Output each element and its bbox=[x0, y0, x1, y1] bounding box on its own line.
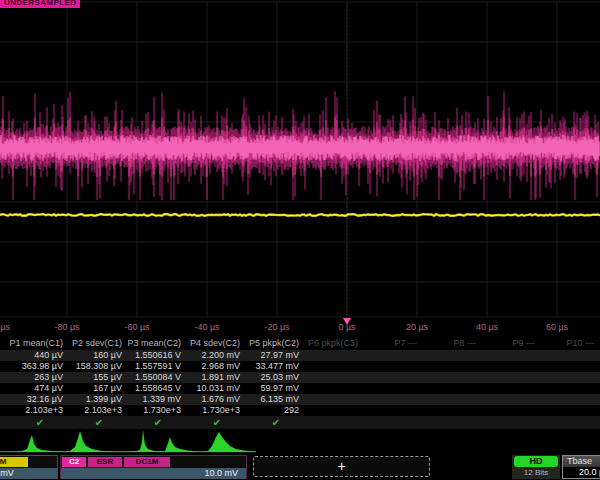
measurement-header-p2[interactable]: P2 sdev(C1) bbox=[67, 337, 126, 350]
time-tick-label: 20 µs bbox=[406, 322, 428, 332]
measurement-value: 160 µV bbox=[67, 350, 126, 361]
measurement-value: 167 µV bbox=[67, 383, 126, 394]
measurement-value: 2.968 mV bbox=[185, 361, 244, 372]
channel-c2-descriptor[interactable]: C2 ESR DC1M 10.0 mV bbox=[60, 455, 247, 479]
histicon-p4 bbox=[160, 437, 198, 452]
measurement-value: 1.558645 V bbox=[126, 383, 185, 394]
histicon-p1 bbox=[14, 435, 64, 452]
measurement-table: P1 mean(C1) P2 sdev(C1) P3 mean(C2) P4 s… bbox=[8, 337, 598, 416]
measurement-value: 59.97 mV bbox=[244, 383, 303, 394]
measurement-value: 2.200 mV bbox=[185, 350, 244, 361]
measurement-value: 1.399 µV bbox=[67, 394, 126, 405]
measurement-status-row: ✔ ✔ ✔ ✔ ✔ bbox=[8, 416, 598, 429]
hd-bits-label: 12 Bits bbox=[512, 467, 560, 478]
undersampled-warning-badge: UNDERSAMPLED bbox=[0, 0, 80, 8]
c2-coupling-badge: DC1M bbox=[124, 457, 170, 467]
measurement-value: 158.308 µV bbox=[67, 361, 126, 372]
measurement-value: 1.891 mV bbox=[185, 372, 244, 383]
time-tick-label: 60 µs bbox=[546, 322, 568, 332]
measurement-value: 1.730e+3 bbox=[185, 405, 244, 416]
measurement-value: 155 µV bbox=[67, 372, 126, 383]
measurement-header-p7[interactable]: P7 --- bbox=[362, 337, 421, 350]
oscilloscope-screen: UNDERSAMPLED -100 µs -80 µs -60 µs -40 µ… bbox=[0, 0, 600, 480]
measurement-value: 363.98 µV bbox=[8, 361, 67, 372]
c2-label: C2 bbox=[62, 457, 86, 467]
add-trace-button[interactable]: + bbox=[253, 456, 430, 477]
waveform-graticule bbox=[0, 0, 600, 320]
measurement-value: 292 bbox=[244, 405, 303, 416]
time-tick-label: -20 µs bbox=[264, 322, 289, 332]
hd-mode-indicator[interactable]: HD 12 Bits bbox=[512, 455, 560, 479]
c2-esr-badge: ESR bbox=[88, 457, 122, 467]
time-tick-label: 40 µs bbox=[476, 322, 498, 332]
measurement-header-p9[interactable]: P9 --- bbox=[480, 337, 539, 350]
status-check-icon: ✔ bbox=[213, 416, 221, 429]
measurement-value: 32.16 µV bbox=[8, 394, 67, 405]
measurement-value: 1.676 mV bbox=[185, 394, 244, 405]
measurement-header-p5[interactable]: P5 pkpk(C2) bbox=[244, 337, 303, 350]
measurement-header-p8[interactable]: P8 --- bbox=[421, 337, 480, 350]
time-tick-label: -60 µs bbox=[124, 322, 149, 332]
measurement-value: 33.477 mV bbox=[244, 361, 303, 372]
timebase-label: Tbase bbox=[563, 456, 600, 467]
measurement-value: 2.103e+3 bbox=[8, 405, 67, 416]
measurement-value: 1.730e+3 bbox=[126, 405, 185, 416]
time-axis: -100 µs -80 µs -60 µs -40 µs -20 µs 0 µs… bbox=[0, 318, 600, 337]
timebase-value: 20.0 µ bbox=[563, 467, 600, 478]
measurement-histicons bbox=[0, 429, 600, 455]
measurement-value: 440 µV bbox=[8, 350, 67, 361]
measurement-value: 1.550084 V bbox=[126, 372, 185, 383]
measurement-value: 1.339 mV bbox=[126, 394, 185, 405]
histicon-p2 bbox=[64, 431, 112, 452]
measurement-value: 27.97 mV bbox=[244, 350, 303, 361]
c1-scale-value: 10.0 mV bbox=[0, 468, 57, 479]
measurement-value: 2.103e+3 bbox=[67, 405, 126, 416]
c1-coupling-badge: DC1M bbox=[0, 457, 28, 467]
measurement-value: 263 µV bbox=[8, 372, 67, 383]
measurement-header-p1[interactable]: P1 mean(C1) bbox=[8, 337, 67, 350]
measurement-value: 1.550616 V bbox=[126, 350, 185, 361]
status-check-icon: ✔ bbox=[36, 416, 44, 429]
c2-scale-value: 10.0 mV bbox=[61, 468, 246, 479]
channel-c1-descriptor[interactable]: C1 DC1M 10.0 mV bbox=[0, 455, 58, 479]
status-check-icon: ✔ bbox=[95, 416, 103, 429]
histicon-p5 bbox=[202, 432, 254, 452]
measurement-value: 1.557591 V bbox=[126, 361, 185, 372]
measurement-header-p3[interactable]: P3 mean(C2) bbox=[126, 337, 185, 350]
status-check-icon: ✔ bbox=[154, 416, 162, 429]
status-check-icon: ✔ bbox=[272, 416, 280, 429]
timebase-descriptor[interactable]: Tbase 20.0 µ bbox=[562, 455, 600, 479]
time-tick-label: -80 µs bbox=[54, 322, 79, 332]
trigger-position-marker[interactable] bbox=[343, 318, 351, 325]
bottom-bar: C1 DC1M 10.0 mV C2 ESR DC1M 10.0 mV + HD… bbox=[0, 454, 600, 480]
histicon-p3 bbox=[126, 430, 162, 452]
hd-badge: HD bbox=[514, 456, 558, 467]
measurement-value: 6.135 mV bbox=[244, 394, 303, 405]
measurement-value: 474 µV bbox=[8, 383, 67, 394]
time-tick-label: -40 µs bbox=[194, 322, 219, 332]
measurement-header-p6[interactable]: P6 pkpk(C3) bbox=[303, 337, 362, 350]
measurement-value: 10.031 mV bbox=[185, 383, 244, 394]
measurement-header-p4[interactable]: P4 sdev(C2) bbox=[185, 337, 244, 350]
measurement-value: 25.03 mV bbox=[244, 372, 303, 383]
measurement-header-p10[interactable]: P10 --- bbox=[539, 337, 598, 350]
time-tick-label: -100 µs bbox=[0, 322, 10, 332]
